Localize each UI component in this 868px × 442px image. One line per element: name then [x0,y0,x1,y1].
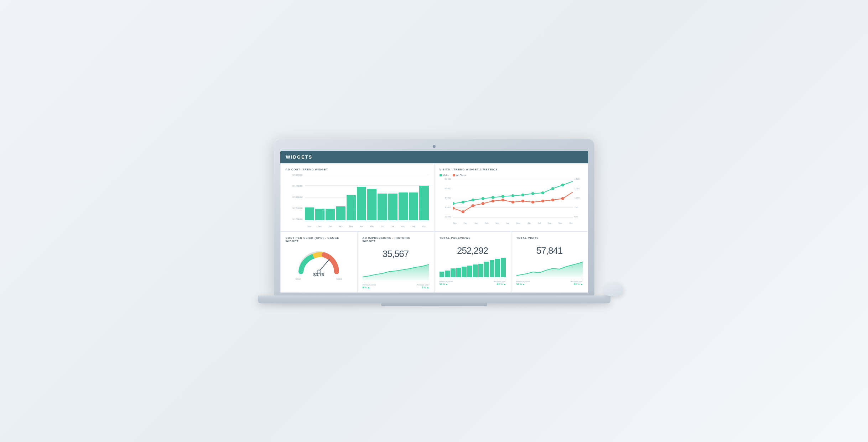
arrow-up-icon [581,284,583,285]
y-label-left: 40,000 [440,197,452,199]
footer-previous-period: Previous period 34 % [440,281,453,286]
total-visits-widget: TOTAL VISITS 57,841 [511,232,588,293]
visit-dot [481,197,484,200]
x-label: Feb [485,222,488,224]
y-label-left: 30,000 [440,206,452,209]
visits-dot [440,174,442,176]
x-label-dec: Dec [315,225,324,227]
pageviews-value: 252,292 [440,242,506,258]
pageviews-title: TOTAL PAGEVIEWS [440,236,506,240]
visits-area-svg [516,258,583,277]
prev-period-value: 34 % [516,283,530,286]
click-dot [481,202,484,205]
small-bar [445,271,450,277]
click-dot [561,197,564,200]
y-axis-right: 1,500 1,250 1,000 750 500 [573,178,583,218]
small-bar [478,264,483,278]
visit-dot [541,191,544,194]
ad-cost-widget: AD COST -TREND WIDGET [280,163,434,231]
x-label: May [516,222,520,224]
ad-clicks-dot [453,174,455,176]
ad-cost-title: AD COST -TREND WIDGET [286,168,429,171]
visits-value: 57,841 [516,242,583,258]
visit-dot [551,187,554,190]
gauge-max-label: $0.63 [336,278,342,280]
x-label-jan: Jan [326,225,335,227]
y-label-left: 50,000 [440,187,452,190]
top-row: AD COST -TREND WIDGET [280,163,588,232]
small-bar [490,260,495,278]
footer-previous-year: Previous year 62 % [571,281,583,286]
footer-previous-period: Previous period 0 % [363,284,376,289]
x-label-oct: Oct [419,225,428,227]
prev-year-label: Previous year [571,281,583,283]
laptop-device: WIDGETS AD COST -TREND WIDGET [274,139,594,303]
dashboard-header: WIDGETS [280,151,588,163]
gauge-needle [319,259,329,272]
y-label-left: 60,000 [440,178,452,180]
x-label-jul: Jul [388,225,397,227]
arrow-up-icon [504,284,506,285]
small-bar [501,258,506,277]
bar-jun [378,194,387,220]
visits-area-chart [516,258,583,277]
mouse [603,282,623,296]
small-bar [462,267,467,277]
y-label-right: 1,000 [573,197,583,199]
click-dot [521,200,524,202]
visits-footer: Previous period 34 % Previous year 62 % [516,279,583,286]
line-chart-area: 60,000 50,000 40,000 30,000 20,000 1,500… [440,178,583,224]
dashboard: WIDGETS AD COST -TREND WIDGET [280,151,588,293]
arrow-up-icon [446,284,448,285]
footer-previous-year: Previous year 62 % [494,281,506,286]
y-label-right: 1,500 [573,178,583,180]
prev-period-label: Previous period [440,281,453,283]
legend-visits: Visits [440,174,448,176]
ad-impressions-chart [363,261,429,281]
x-label: Jun [527,222,531,224]
small-bar [484,262,489,277]
prev-period-label: Previous period [516,281,530,283]
y-label: $ 3,600.00 [286,196,304,198]
click-dot [491,200,494,202]
total-pageviews-widget: TOTAL PAGEVIEWS 252,292 [434,232,511,293]
y-label: $ 4,400.00 [286,185,304,187]
arrow-up-icon [368,287,370,288]
visits-line [453,181,573,204]
visits-widget: VISITS - TREND WIDGET 2 METRICS Visits A… [434,163,588,231]
x-label-mar: Mar [347,225,356,227]
visits-legend-label: Visits [443,174,448,176]
small-bar [495,259,500,277]
visit-dot [521,194,524,196]
visit-dot [501,195,504,198]
ad-impressions-value: 35,567 [363,246,429,261]
bars-area [305,174,429,220]
click-dot [501,199,504,201]
prev-year-value: 62 % [571,283,583,286]
y-axis: $ 5,200.00 $ 4,400.00 $ 3,600.00 $ 2,800… [286,174,304,220]
screen-content: WIDGETS AD COST -TREND WIDGET [280,151,588,293]
x-label: Oct [569,222,572,224]
ad-cost-chart: $ 5,200.00 $ 4,400.00 $ 3,600.00 $ 2,800… [286,174,429,227]
chart-legend: Visits Ad Clicks [440,174,583,176]
y-label: $ 2,000.00 [286,218,304,220]
y-label: $ 5,200.00 [286,174,304,176]
y-label-right: 500 [573,216,583,218]
visit-dot [511,194,514,197]
visit-dot [461,201,464,204]
bar-may [367,189,376,220]
bar-oct [419,186,428,221]
gauge-container: $3.76 $0.00 $0.63 [286,246,352,282]
footer-previous-period: Previous period 34 % [516,281,530,286]
pageviews-footer: Previous period 34 % Previous year 62 % [440,279,506,286]
gauge-svg [296,248,342,275]
prev-period-value: 34 % [440,283,453,286]
x-axis-labels: Nov Dec Jan Feb Mar Apr May Jun Jul Aug [453,222,573,224]
bar-aug [399,192,408,220]
bar-mar [347,195,356,221]
laptop-base [258,295,610,303]
prev-year-value: 62 % [494,283,506,286]
y-label-right: 1,250 [573,187,583,190]
impressions-footer: Previous period 0 % Previous year 3 % [363,282,429,289]
x-label-sep: Sep [409,225,418,227]
